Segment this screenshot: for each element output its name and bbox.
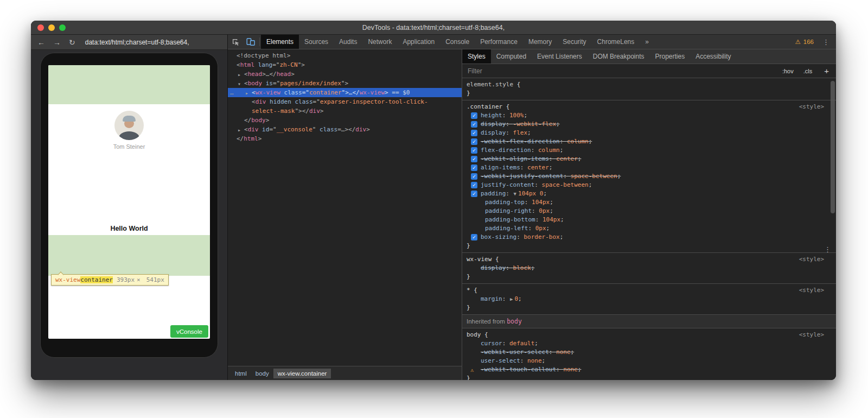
css-property[interactable]: -webkit-user-select: none; (467, 348, 832, 357)
new-style-rule-icon[interactable]: + (817, 66, 836, 75)
minimize-button[interactable] (48, 24, 55, 31)
warnings-badge[interactable]: ⚠ 166 (795, 38, 814, 46)
property-checkbox[interactable]: ✓ (471, 164, 477, 171)
tab-more-tabs[interactable]: » (640, 35, 654, 49)
vconsole-button[interactable]: vConsole (170, 325, 208, 338)
css-property[interactable]: ✓align-items: center; (467, 163, 832, 172)
stylesheet-link[interactable]: <style> (799, 255, 824, 264)
device-toolbar-icon[interactable] (243, 35, 258, 49)
css-property[interactable]: margin: ▶0; (467, 295, 832, 303)
back-icon[interactable]: ← (37, 39, 45, 46)
styles-scrollbar-thumb[interactable] (831, 81, 835, 213)
css-property[interactable]: ✓justify-content: space-between; (467, 181, 832, 189)
crumb-body[interactable]: body (251, 369, 273, 378)
inherited-node-link[interactable]: body (507, 318, 522, 325)
css-property[interactable]: ✓height: 100%; (467, 111, 832, 120)
reload-icon[interactable]: ↻ (69, 39, 75, 46)
sidebar-tab-dom-breakpoints[interactable]: DOM Breakpoints (588, 49, 650, 64)
css-property[interactable]: padding-bottom: 104px; (467, 216, 832, 224)
titlebar[interactable]: DevTools - data:text/html;charset=utf-8;… (31, 21, 836, 35)
forward-icon[interactable]: → (53, 39, 61, 46)
inspect-element-icon[interactable] (228, 35, 243, 49)
twisty-icon[interactable]: ▸ (238, 70, 241, 79)
stylesheet-link[interactable]: <style> (799, 331, 824, 339)
sidebar-tab-accessibility[interactable]: Accessibility (690, 49, 736, 64)
close-button[interactable] (37, 24, 44, 31)
dom-node[interactable]: …▸<wx-view class="container">…</wx-view>… (228, 88, 462, 97)
tab-console[interactable]: Console (440, 35, 475, 49)
style-rule-wx-view: <style>wx-view {display: block;} (462, 253, 836, 284)
style-rule-container: <style>.container {✓height: 100%;✓displa… (462, 100, 836, 253)
stylesheet-link[interactable]: <style> (799, 286, 824, 295)
rule-selector[interactable]: body (467, 331, 481, 338)
css-property[interactable]: ✓-webkit-align-items: center; (467, 155, 832, 163)
twisty-icon[interactable]: ▾ (238, 79, 241, 88)
property-checkbox[interactable]: ✓ (471, 112, 477, 119)
tab-memory[interactable]: Memory (523, 35, 557, 49)
dom-node[interactable]: select--mask"></div> (228, 106, 462, 116)
css-property[interactable]: ✓padding: ▼104px 0; (467, 189, 832, 198)
pseudo-state-toggle[interactable]: :hov (777, 64, 799, 78)
css-property[interactable]: padding-top: 104px; (467, 198, 832, 207)
css-property[interactable]: ✓display: flex; (467, 129, 832, 137)
stylesheet-link[interactable]: <style> (799, 103, 824, 111)
property-checkbox[interactable]: ✓ (471, 191, 477, 197)
expand-longhand-icon[interactable]: ▶ (510, 296, 513, 302)
styles-filter-input[interactable] (462, 67, 777, 75)
crumb-wx-view-container[interactable]: wx-view.container (273, 369, 331, 378)
dom-node[interactable]: ▸<div id="__vconsole" class=…></div> (228, 125, 462, 134)
twisty-icon[interactable]: ▸ (238, 125, 241, 135)
css-property[interactable]: padding-left: 0px; (467, 224, 832, 233)
css-property[interactable]: ✓-webkit-justify-content: space-between; (467, 172, 832, 181)
rule-selector[interactable]: element.style (467, 81, 513, 88)
sidebar-tab-styles[interactable]: Styles (462, 49, 491, 64)
dom-node[interactable]: <div hidden class="exparser-inspector-to… (228, 97, 462, 106)
css-property[interactable]: ✓-webkit-flex-direction: column; (467, 137, 832, 146)
property-checkbox[interactable]: ✓ (471, 156, 477, 162)
tab-security[interactable]: Security (557, 35, 591, 49)
rule-selector[interactable]: wx-view (467, 256, 492, 263)
element-classes-toggle[interactable]: .cls (799, 64, 818, 78)
css-property[interactable]: ✓flex-direction: column; (467, 146, 832, 155)
property-checkbox[interactable]: ✓ (471, 147, 477, 154)
tab-application[interactable]: Application (397, 35, 440, 49)
tooltip-height: 541px (146, 276, 164, 283)
crumb-html[interactable]: html (231, 369, 251, 378)
property-checkbox[interactable]: ✓ (471, 173, 477, 180)
css-property[interactable]: padding-right: 0px; (467, 207, 832, 216)
sidebar-tab-computed[interactable]: Computed (491, 49, 532, 64)
tab-elements[interactable]: Elements (261, 35, 299, 49)
tab-performance[interactable]: Performance (475, 35, 523, 49)
twisty-icon[interactable]: ▸ (245, 88, 248, 98)
zoom-button[interactable] (59, 24, 66, 31)
css-property[interactable]: ✓box-sizing: border-box; (467, 233, 832, 242)
dom-node[interactable]: ▾<body is="pages/index/index"> (228, 79, 462, 88)
css-property[interactable]: user-select: none; (467, 357, 832, 365)
dom-node[interactable]: <html lang="zh-CN"> (228, 60, 462, 69)
expand-longhand-icon[interactable]: ▼ (514, 191, 516, 197)
dom-node[interactable]: </body> (228, 116, 462, 125)
css-property[interactable]: cursor: default; (467, 339, 832, 348)
css-property[interactable]: ⚠-webkit-touch-callout: none; (467, 365, 832, 374)
tab-audits[interactable]: Audits (334, 35, 362, 49)
sidebar-tab-properties[interactable]: Properties (649, 49, 690, 64)
css-property[interactable]: ✓display: -webkit-flex; (467, 120, 832, 129)
page-preview-pane: ← → ↻ data:text/html;charset=utf-8;base6… (31, 35, 228, 380)
property-checkbox[interactable]: ✓ (471, 182, 477, 188)
devtools-menu-kebab-icon[interactable]: ⋮ (822, 38, 829, 46)
css-property[interactable]: display: block; (467, 264, 832, 273)
sidebar-tab-event-listeners[interactable]: Event Listeners (532, 49, 588, 64)
property-checkbox[interactable]: ✓ (471, 121, 477, 128)
tab-sources[interactable]: Sources (299, 35, 334, 49)
rule-selector[interactable]: .container (467, 103, 502, 110)
tab-chromelens[interactable]: ChromeLens (592, 35, 640, 49)
property-checkbox[interactable]: ✓ (471, 130, 477, 136)
address-bar[interactable]: data:text/html;charset=utf-8;base64, (85, 39, 189, 46)
property-checkbox[interactable]: ✓ (471, 234, 477, 240)
tab-network[interactable]: Network (362, 35, 397, 49)
dom-node[interactable]: <!doctype html> (228, 51, 462, 60)
rule-selector[interactable]: * (467, 287, 470, 294)
dom-node[interactable]: ▸<head>…</head> (228, 69, 462, 79)
dom-node[interactable]: </html> (228, 134, 462, 143)
property-checkbox[interactable]: ✓ (471, 138, 477, 145)
